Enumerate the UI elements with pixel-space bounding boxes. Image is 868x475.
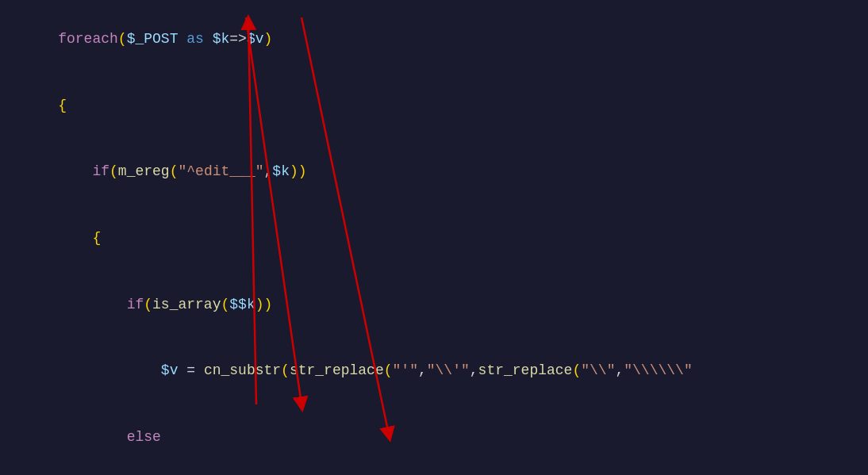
- fn-str-replace1: str_replace: [290, 362, 384, 378]
- code-line-1: foreach($_POST as $k=>$v): [24, 6, 852, 73]
- code-line-7: else: [24, 404, 852, 471]
- paren-open: (: [118, 31, 127, 47]
- var-k2: $k: [272, 163, 290, 179]
- kw-as: as: [186, 31, 204, 47]
- fn-cn-substr: cn_substr: [204, 362, 281, 378]
- paren-close: ): [264, 31, 273, 47]
- fn-m-ereg: m_ereg: [118, 163, 170, 179]
- var-ddk: $$k: [229, 297, 255, 312]
- code-line-2: {: [24, 73, 852, 140]
- fn-str-replace2: str_replace: [478, 362, 573, 378]
- var-v: $v: [247, 31, 264, 47]
- var-v2: $v: [161, 362, 179, 378]
- str-edit: "^edit___": [178, 163, 263, 179]
- kw-else1: else: [127, 429, 161, 445]
- code-editor: foreach($_POST as $k=>$v) { if(m_ereg("^…: [0, 0, 868, 475]
- brace-2: {: [92, 230, 101, 246]
- brace-open: {: [58, 98, 67, 113]
- var-k: $k: [213, 31, 230, 47]
- op-arrow: =>: [229, 31, 247, 47]
- kw-if: if: [92, 163, 109, 179]
- code-line-4: {: [24, 205, 852, 272]
- code-line-6: $v = cn_substr(str_replace("'","\\'",str…: [24, 338, 852, 404]
- kw-foreach: foreach: [58, 31, 118, 47]
- var-post: $_POST: [127, 31, 179, 47]
- code-line-8: $v = cn_substr(str_replace("'","\\'",str…: [24, 471, 852, 475]
- code-line-3: if(m_ereg("^edit___",$k)): [24, 139, 852, 205]
- code-line-5: if(is_array($$k)): [24, 272, 852, 339]
- kw-if2: if: [127, 297, 144, 312]
- fn-is-array: is_array: [152, 297, 221, 312]
